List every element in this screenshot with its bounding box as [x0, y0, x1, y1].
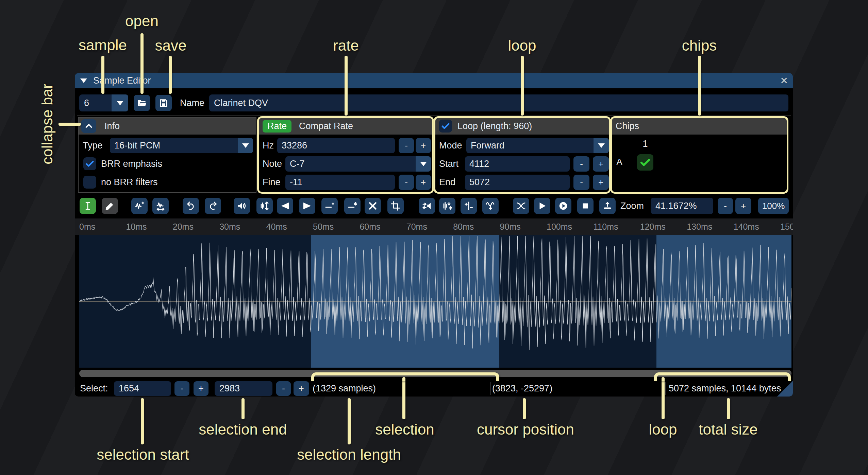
hz-row: Hz 33286 - + — [258, 138, 433, 153]
loop-checkbox[interactable] — [439, 120, 452, 133]
zoom-out-button[interactable]: - — [718, 198, 733, 214]
name-label: Name — [180, 94, 204, 111]
chevron-down-icon — [598, 143, 605, 148]
open-sample-button[interactable] — [134, 95, 150, 111]
zoom-input[interactable]: 41.1672% — [651, 198, 713, 214]
selection-start-input[interactable]: 1654 — [114, 381, 171, 396]
play-icon — [537, 201, 547, 211]
brr-emphasis-checkbox[interactable] — [83, 157, 96, 170]
redo-button[interactable] — [205, 198, 221, 214]
chip-enable-toggle[interactable] — [637, 154, 653, 171]
trim-button[interactable] — [387, 198, 404, 214]
fade-out-button[interactable] — [299, 198, 315, 214]
draw-tool-button[interactable] — [102, 198, 118, 214]
ruler-tick: 130ms — [687, 222, 712, 232]
resize-button[interactable] — [131, 198, 148, 214]
sample-selector[interactable]: 6 — [79, 94, 128, 111]
status-bar: Select: 1654 - + 2983 - + (1329 samples)… — [75, 381, 793, 397]
fine-decrease-button[interactable]: - — [399, 175, 414, 190]
selection-start-decrease-button[interactable]: - — [174, 381, 189, 396]
stop-preview-button[interactable] — [577, 198, 594, 214]
ruler-tick: 120ms — [640, 222, 666, 232]
brr-emphasis-row: BRR emphasis — [79, 156, 256, 172]
selection-end-increase-button[interactable]: + — [294, 381, 309, 396]
loop-end-decrease-button[interactable]: - — [573, 175, 589, 190]
check-icon — [639, 157, 651, 168]
selection-start-increase-button[interactable]: + — [194, 381, 208, 396]
loop-start-value: 4112 — [469, 159, 489, 169]
hz-increase-button[interactable]: + — [416, 138, 431, 153]
zoom-in-button[interactable]: + — [735, 198, 751, 214]
resample-button[interactable] — [152, 198, 169, 214]
annotation-chips: chips — [682, 37, 717, 54]
zoom-label: Zoom — [620, 198, 644, 214]
waveform[interactable] — [79, 235, 791, 368]
delete-button[interactable] — [365, 198, 381, 214]
chips-panel: Chips 1 A — [611, 117, 787, 193]
preview-sample-button[interactable] — [534, 198, 550, 214]
loop-end-increase-button[interactable]: + — [593, 175, 609, 190]
fine-increase-button[interactable]: + — [416, 175, 431, 190]
zoom-reset-button[interactable]: 100% — [758, 198, 789, 214]
divider — [77, 116, 791, 116]
fine-row: Fine -11 - + — [258, 175, 433, 190]
name-input[interactable]: Clarinet DQV — [209, 94, 788, 111]
fade-in-button[interactable] — [277, 198, 293, 214]
chevron-down-icon — [242, 143, 249, 148]
chips-panel-title: Chips — [616, 121, 639, 131]
loop-end-input[interactable]: 5072 — [465, 175, 570, 190]
type-dropdown-button[interactable] — [238, 138, 253, 153]
hz-input[interactable]: 33286 — [277, 138, 395, 153]
apply-filter-button[interactable] — [482, 198, 499, 214]
fine-input[interactable]: -11 — [285, 175, 395, 190]
reverse-button[interactable] — [419, 198, 435, 214]
type-dropdown[interactable]: 16-bit PCM — [110, 138, 253, 153]
selection-end-value: 2983 — [219, 383, 240, 394]
no-brr-filters-checkbox[interactable] — [83, 176, 96, 189]
selection-end-decrease-button[interactable]: - — [276, 381, 291, 396]
sample-selector-dropdown-button[interactable] — [112, 94, 128, 111]
amplify-button[interactable] — [234, 198, 250, 214]
collapse-bar-button[interactable] — [81, 119, 96, 133]
window-title-bar[interactable]: Sample Editor ✕ — [75, 73, 793, 88]
selection-start-value: 1654 — [119, 383, 139, 394]
window-collapse-icon[interactable] — [80, 78, 87, 83]
ruler-tick: 50ms — [313, 222, 334, 232]
redo-icon — [208, 201, 218, 211]
loop-start-input[interactable]: 4112 — [465, 156, 570, 172]
close-icon[interactable]: ✕ — [780, 75, 788, 86]
crossfade-loop-points-button[interactable] — [513, 198, 529, 214]
chips-panel-header: Chips — [612, 118, 787, 135]
loop-start-decrease-button[interactable]: - — [573, 156, 589, 172]
loop-mode-dropdown[interactable]: Forward — [466, 138, 609, 153]
note-dropdown[interactable]: C-7 — [285, 156, 431, 172]
note-label: Note — [263, 156, 282, 172]
type-label: Type — [83, 138, 103, 153]
apply-silence-button[interactable] — [344, 198, 361, 214]
sample-editor-window: Sample Editor ✕ 6 Name Clarinet DQV — [75, 73, 793, 397]
undo-button[interactable] — [183, 198, 199, 214]
save-sample-button[interactable] — [155, 95, 172, 111]
stop-icon — [580, 201, 590, 211]
apply-silence-icon — [347, 201, 357, 211]
selection-end-input[interactable]: 2983 — [215, 381, 272, 396]
loop-mode-value: Forward — [466, 138, 594, 153]
annotation-bracket-selection — [311, 372, 499, 381]
invert-icon — [442, 201, 452, 211]
normalize-button[interactable] — [256, 198, 273, 214]
preview-sample-loop-button[interactable] — [555, 198, 571, 214]
annotation-selection: selection — [375, 421, 434, 438]
screenshot-stage: Sample Editor ✕ 6 Name Clarinet DQV — [0, 0, 868, 475]
annotation-line-open — [140, 33, 144, 94]
note-dropdown-button[interactable] — [416, 156, 431, 172]
window-resize-grip[interactable] — [777, 381, 793, 397]
hz-decrease-button[interactable]: - — [399, 138, 414, 153]
sample-selector-value: 6 — [79, 94, 112, 111]
upload-button[interactable] — [599, 198, 616, 214]
loop-mode-dropdown-button[interactable] — [594, 138, 609, 153]
loop-start-increase-button[interactable]: + — [593, 156, 609, 172]
invert-button[interactable] — [439, 198, 455, 214]
insert-silence-button[interactable] — [321, 198, 338, 214]
signed-unsigned-button[interactable] — [461, 198, 477, 214]
select-tool-button[interactable] — [80, 198, 96, 214]
